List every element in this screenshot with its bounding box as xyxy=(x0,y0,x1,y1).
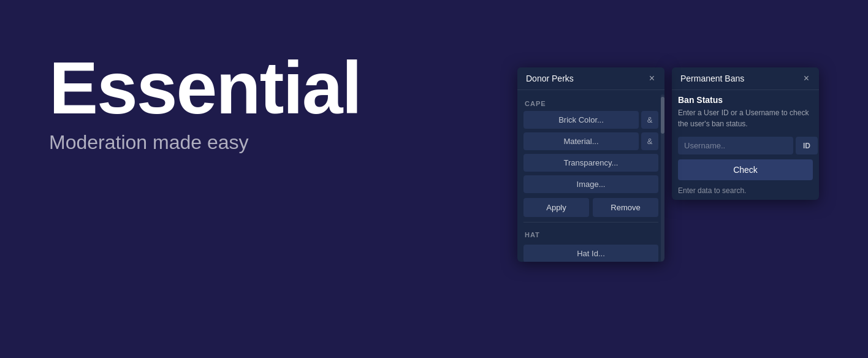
transparency-row: Transparency... xyxy=(523,154,658,172)
scrollbar-track xyxy=(661,94,664,262)
cape-section-label: CAPE xyxy=(525,100,657,107)
remove-button[interactable]: Remove xyxy=(593,198,658,217)
hero-section: Essential Moderation made easy xyxy=(49,49,361,154)
ban-status-description: Enter a User ID or a Username to check t… xyxy=(678,107,813,129)
permanent-bans-panel: Permanent Bans × Ban Status Enter a User… xyxy=(672,67,819,200)
donor-perks-title: Donor Perks xyxy=(526,74,574,83)
donor-perks-header: Donor Perks × xyxy=(517,67,664,90)
username-input[interactable] xyxy=(678,137,793,154)
brick-color-row: Brick Color... & xyxy=(523,111,658,129)
donor-perks-panel: Donor Perks × CAPE Brick Color... & Mate… xyxy=(517,67,664,262)
permanent-bans-header: Permanent Bans × xyxy=(672,67,819,90)
material-ampersand-button[interactable]: & xyxy=(641,132,658,150)
username-row: ID xyxy=(678,137,813,154)
brick-color-ampersand-button[interactable]: & xyxy=(641,111,658,129)
donor-perks-body: CAPE Brick Color... & Material... & Tran… xyxy=(517,90,664,262)
check-button[interactable]: Check xyxy=(678,159,813,180)
material-row: Material... & xyxy=(523,132,658,150)
search-hint: Enter data to search. xyxy=(678,186,813,195)
apply-button[interactable]: Apply xyxy=(523,198,589,217)
cape-action-row: Apply Remove xyxy=(523,198,658,217)
hat-section: HAT Hat Id... xyxy=(523,222,658,262)
scrollbar-thumb[interactable] xyxy=(661,97,664,134)
hat-id-button[interactable]: Hat Id... xyxy=(523,245,658,262)
hero-title: Essential xyxy=(49,49,361,126)
donor-perks-scroll: CAPE Brick Color... & Material... & Tran… xyxy=(517,90,664,262)
id-toggle-button[interactable]: ID xyxy=(796,137,818,154)
hero-subtitle: Moderation made easy xyxy=(49,131,361,154)
brick-color-button[interactable]: Brick Color... xyxy=(523,111,639,129)
panels-container: Donor Perks × CAPE Brick Color... & Mate… xyxy=(517,67,819,262)
material-button[interactable]: Material... xyxy=(523,132,639,150)
permanent-bans-title: Permanent Bans xyxy=(680,74,744,83)
image-row: Image... xyxy=(523,175,658,193)
hat-section-label: HAT xyxy=(525,231,657,238)
ban-status-title: Ban Status xyxy=(678,95,813,105)
transparency-button[interactable]: Transparency... xyxy=(523,154,658,172)
donor-perks-close-button[interactable]: × xyxy=(648,74,656,83)
image-button[interactable]: Image... xyxy=(523,175,658,193)
permanent-bans-close-button[interactable]: × xyxy=(802,74,810,83)
permanent-bans-body: Ban Status Enter a User ID or a Username… xyxy=(672,90,819,200)
